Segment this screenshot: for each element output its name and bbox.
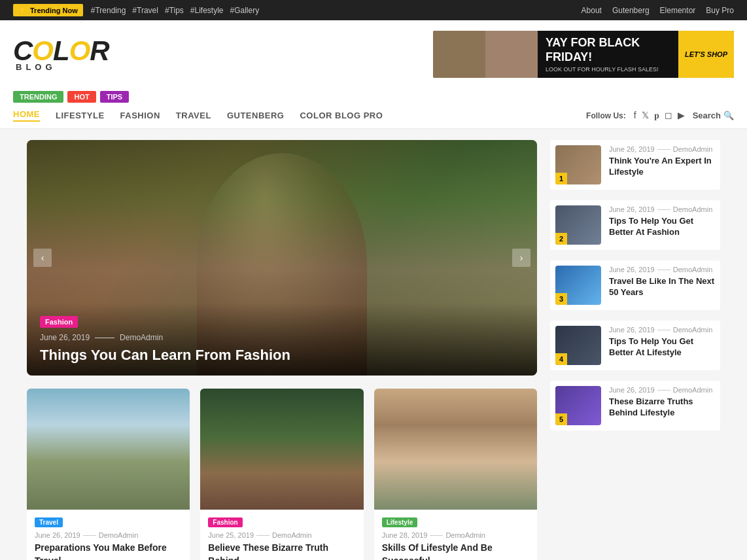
card-fashion-image bbox=[200, 389, 363, 510]
sidebar-item: 5 June 26, 2019 DemoAdmin These Bizarre … bbox=[550, 381, 720, 430]
facebook-icon[interactable]: f bbox=[634, 110, 636, 121]
sidebar-title-1[interactable]: Think You're An Expert In Lifestyle bbox=[609, 156, 715, 178]
logo-o2: O bbox=[69, 35, 90, 66]
banner-text: YAY FOR BLACK FRIDAY! LOOK OUT FOR HOURL… bbox=[538, 31, 678, 77]
logo[interactable]: COLOR BLOG bbox=[13, 37, 109, 72]
sidebar-author-3: DemoAdmin bbox=[673, 266, 713, 273]
content-area: ‹ › Fashion June 26, 2019 DemoAdmin Thin… bbox=[14, 140, 733, 560]
sidebar-title-2[interactable]: Tips To Help You Get Better At Fashion bbox=[609, 216, 715, 238]
card-travel-meta: June 26, 2019 DemoAdmin bbox=[35, 531, 182, 539]
sidebar-info-1: June 26, 2019 DemoAdmin Think You're An … bbox=[609, 145, 715, 178]
sidebar-meta-2: June 26, 2019 DemoAdmin bbox=[609, 205, 715, 213]
badge-hot[interactable]: HOT bbox=[67, 91, 96, 103]
top-nav-link[interactable]: Gutenberg bbox=[612, 6, 650, 15]
card-travel-category[interactable]: Travel bbox=[35, 517, 63, 527]
lightning-icon: ⚡ bbox=[18, 6, 27, 14]
hero-author: DemoAdmin bbox=[120, 333, 163, 342]
badge-tips[interactable]: TIPS bbox=[100, 91, 129, 103]
sidebar-info-2: June 26, 2019 DemoAdmin Tips To Help You… bbox=[609, 205, 715, 238]
sidebar-info-5: June 26, 2019 DemoAdmin These Bizarre Tr… bbox=[609, 386, 715, 419]
banner-cta-button[interactable]: LET'S SHOP bbox=[678, 31, 734, 78]
card-travel-date: June 26, 2019 bbox=[35, 531, 80, 539]
nav-home[interactable]: HOME bbox=[13, 109, 40, 122]
card-fashion-date: June 25, 2019 bbox=[208, 531, 254, 539]
banner: YAY FOR BLACK FRIDAY! LOOK OUT FOR HOURL… bbox=[433, 31, 734, 78]
banner-title: YAY FOR BLACK FRIDAY! bbox=[546, 36, 670, 64]
card-fashion-meta: June 25, 2019 DemoAdmin bbox=[208, 531, 355, 539]
card-lifestyle-title[interactable]: Skills Of Lifestyle And Be Successful bbox=[382, 542, 529, 560]
hero-date: June 26, 2019 bbox=[40, 333, 90, 342]
top-nav-link[interactable]: Buy Pro bbox=[706, 6, 734, 15]
hero-next-button[interactable]: › bbox=[512, 249, 530, 267]
sidebar-num-3: 3 bbox=[555, 293, 567, 305]
hero-meta-divider bbox=[95, 338, 114, 338]
sidebar-author-5: DemoAdmin bbox=[673, 386, 713, 394]
logo-l: L bbox=[53, 35, 69, 66]
sidebar-info-4: June 26, 2019 DemoAdmin Tips To Help You… bbox=[609, 326, 715, 359]
card-travel: Travel June 26, 2019 DemoAdmin Preparati… bbox=[27, 389, 190, 560]
sidebar-num-1: 1 bbox=[555, 173, 567, 184]
sidebar-title-4[interactable]: Tips To Help You Get Better At Lifestyle bbox=[609, 336, 715, 359]
sidebar-meta-1: June 26, 2019 DemoAdmin bbox=[609, 145, 715, 153]
badge-trending[interactable]: TRENDING bbox=[13, 91, 63, 103]
card-fashion-author: DemoAdmin bbox=[272, 531, 312, 539]
search-label: Search bbox=[693, 111, 721, 120]
card-travel-title[interactable]: Preparations You Make Before Travel bbox=[35, 542, 182, 560]
card-travel-body: Travel June 26, 2019 DemoAdmin Preparati… bbox=[27, 510, 190, 560]
sidebar-author-1: DemoAdmin bbox=[673, 145, 713, 153]
sidebar-meta-5: June 26, 2019 DemoAdmin bbox=[609, 386, 715, 394]
sidebar-title-5[interactable]: These Bizarre Truths Behind Lifestyle bbox=[609, 396, 715, 419]
nav-links: HOME LIFESTYLE FASHION TRAVEL GUTENBERG … bbox=[13, 109, 383, 122]
nav-fashion[interactable]: FASHION bbox=[120, 111, 160, 120]
sidebar-meta-3: June 26, 2019 DemoAdmin bbox=[609, 266, 715, 273]
hero-overlay: Fashion June 26, 2019 DemoAdmin Things Y… bbox=[27, 303, 537, 376]
sidebar-num-2: 2 bbox=[555, 233, 567, 245]
instagram-icon[interactable]: ◻ bbox=[665, 110, 672, 121]
pinterest-icon[interactable]: 𝐩 bbox=[654, 110, 659, 121]
card-travel-author: DemoAdmin bbox=[99, 531, 139, 539]
main-nav: HOME LIFESTYLE FASHION TRAVEL GUTENBERG … bbox=[0, 103, 747, 130]
nav-colorblogpro[interactable]: COLOR BLOG PRO bbox=[300, 111, 383, 120]
top-tag[interactable]: #Tips bbox=[165, 6, 184, 15]
card-lifestyle-category[interactable]: Lifestyle bbox=[382, 517, 418, 527]
top-tag[interactable]: #Lifestyle bbox=[190, 6, 224, 15]
sub-nav: TRENDING HOT TIPS bbox=[0, 88, 747, 103]
nav-lifestyle[interactable]: LIFESTYLE bbox=[56, 111, 105, 120]
search-button[interactable]: Search 🔍 bbox=[693, 111, 734, 120]
top-tag[interactable]: #Gallery bbox=[230, 6, 260, 15]
top-nav-link[interactable]: Elementor bbox=[660, 6, 696, 15]
header: COLOR BLOG YAY FOR BLACK FRIDAY! LOOK OU… bbox=[0, 20, 747, 88]
sidebar-title-3[interactable]: Travel Be Like In The Next 50 Years bbox=[609, 276, 715, 298]
trending-now-badge: ⚡ Trending Now bbox=[13, 4, 83, 16]
card-fashion-title[interactable]: Believe These Bizarre Truth Behind bbox=[208, 542, 355, 560]
top-tag[interactable]: #Trending bbox=[91, 6, 126, 15]
sidebar-author-4: DemoAdmin bbox=[673, 326, 713, 334]
sidebar-thumb-1: 1 bbox=[555, 145, 601, 184]
twitter-icon[interactable]: 𝕏 bbox=[642, 110, 649, 121]
banner-images bbox=[433, 31, 538, 78]
sidebar-date-4: June 26, 2019 bbox=[609, 326, 655, 334]
top-nav-link[interactable]: About bbox=[582, 6, 602, 15]
sidebar-thumb-5: 5 bbox=[555, 386, 601, 425]
sidebar-item: 3 June 26, 2019 DemoAdmin Travel Be Like… bbox=[550, 260, 720, 310]
nav-gutenberg[interactable]: GUTENBERG bbox=[227, 111, 285, 120]
sidebar-thumb-2: 2 bbox=[555, 205, 601, 245]
card-lifestyle-image bbox=[374, 389, 537, 510]
sidebar-date-3: June 26, 2019 bbox=[609, 266, 655, 273]
hero-category-badge[interactable]: Fashion bbox=[40, 316, 78, 328]
sidebar-item: 4 June 26, 2019 DemoAdmin Tips To Help Y… bbox=[550, 321, 720, 370]
sidebar: 1 June 26, 2019 DemoAdmin Think You're A… bbox=[550, 140, 720, 560]
sidebar-date-1: June 26, 2019 bbox=[609, 145, 655, 153]
youtube-icon[interactable]: ▶ bbox=[678, 110, 685, 121]
card-fashion: Fashion June 25, 2019 DemoAdmin Believe … bbox=[200, 389, 363, 560]
hero-prev-button[interactable]: ‹ bbox=[33, 249, 52, 267]
sidebar-item: 2 June 26, 2019 DemoAdmin Tips To Help Y… bbox=[550, 200, 720, 250]
hero-title[interactable]: Things You Can Learn From Fashion bbox=[40, 346, 524, 365]
sidebar-meta-4: June 26, 2019 DemoAdmin bbox=[609, 326, 715, 334]
nav-travel[interactable]: TRAVEL bbox=[176, 111, 211, 120]
top-tag[interactable]: #Travel bbox=[132, 6, 158, 15]
bottom-cards: Travel June 26, 2019 DemoAdmin Preparati… bbox=[27, 389, 537, 560]
card-fashion-category[interactable]: Fashion bbox=[208, 517, 242, 527]
nav-right: Follow Us: f 𝕏 𝐩 ◻ ▶ Search 🔍 bbox=[586, 110, 734, 121]
card-lifestyle-date: June 28, 2019 bbox=[382, 531, 428, 539]
